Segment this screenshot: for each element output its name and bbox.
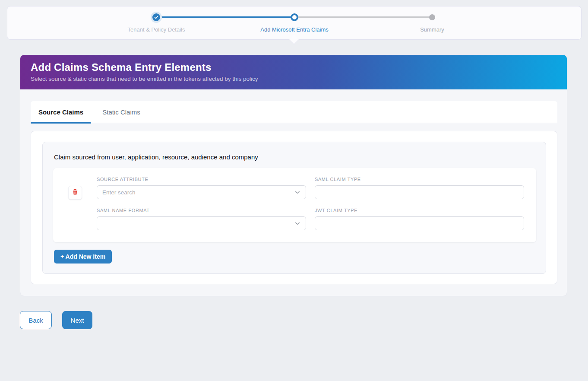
step-summary[interactable]: [429, 14, 435, 20]
source-attribute-label: SOURCE ATTRIBUTE: [97, 177, 306, 182]
field-source-attribute: SOURCE ATTRIBUTE Enter search: [97, 177, 306, 199]
page-title: Add Claims Schema Entry Elements: [31, 61, 556, 73]
claim-entry-row: SOURCE ATTRIBUTE Enter search SAML CLAIM…: [53, 168, 536, 242]
step-label-summary: Summary: [420, 26, 444, 33]
check-icon: [154, 13, 158, 21]
claims-description: Claim sourced from user, application, re…: [54, 153, 258, 161]
claims-wizard-card: Add Claims Schema Entry Elements Select …: [20, 54, 567, 296]
stepper-connector-completed: [156, 16, 294, 18]
step-label-tenant-policy-details: Tenant & Policy Details: [128, 26, 185, 33]
step-add-entra-claims[interactable]: [291, 13, 298, 21]
claim-fields-grid: SOURCE ATTRIBUTE Enter search SAML CLAIM…: [97, 168, 536, 242]
saml-name-format-select[interactable]: [97, 216, 306, 230]
tab-source-claims[interactable]: Source Claims: [31, 101, 91, 123]
saml-claim-type-label: SAML CLAIM TYPE: [315, 177, 524, 182]
trash-icon: [72, 188, 79, 197]
chevron-down-icon: [294, 189, 300, 195]
stepper-connector-upcoming: [294, 16, 432, 18]
tab-static-claims[interactable]: Static Claims: [91, 101, 152, 123]
wizard-page: { "stepper": { "steps": [ { "label": "Te…: [0, 0, 588, 381]
jwt-claim-type-label: JWT CLAIM TYPE: [315, 208, 524, 213]
page-subtitle: Select source & static claims that need …: [31, 76, 556, 82]
source-attribute-placeholder: Enter search: [102, 189, 136, 196]
card-header: Add Claims Schema Entry Elements Select …: [20, 55, 567, 89]
chevron-down-icon: [294, 220, 300, 226]
add-new-item-button[interactable]: + Add New Item: [54, 250, 112, 264]
back-button[interactable]: Back: [20, 311, 52, 329]
step-tenant-policy-details[interactable]: [151, 12, 162, 23]
next-button[interactable]: Next: [62, 311, 92, 329]
source-attribute-select[interactable]: Enter search: [97, 185, 306, 199]
saml-claim-type-input[interactable]: [315, 185, 524, 199]
step-label-add-entra-claims: Add Microsoft Entra Claims: [260, 26, 329, 33]
delete-row-button[interactable]: [68, 186, 82, 200]
field-saml-claim-type: SAML CLAIM TYPE: [315, 177, 524, 199]
jwt-claim-type-input[interactable]: [315, 216, 524, 230]
source-claims-content: Claim sourced from user, application, re…: [31, 131, 557, 284]
claims-panel: Claim sourced from user, application, re…: [42, 142, 546, 274]
claims-tab-bar: Source Claims Static Claims: [31, 101, 557, 123]
field-saml-name-format: SAML NAME FORMAT: [97, 208, 306, 230]
saml-name-format-label: SAML NAME FORMAT: [97, 208, 306, 213]
field-jwt-claim-type: JWT CLAIM TYPE: [315, 208, 524, 230]
